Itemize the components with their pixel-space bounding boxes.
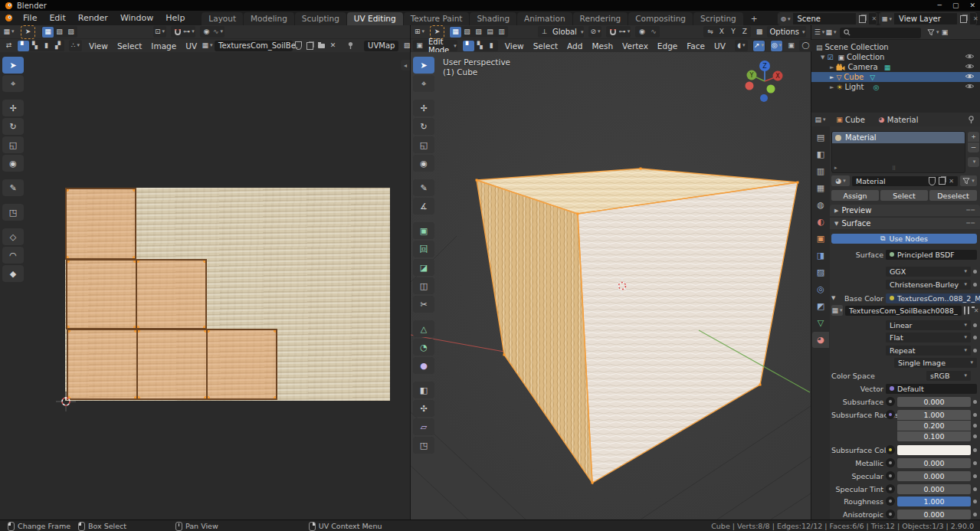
- v3d-select-mode-new[interactable]: ▦: [450, 27, 461, 38]
- outliner-editor-type-button[interactable]: ☰▾: [814, 28, 825, 38]
- v3d-tool-select-box[interactable]: ➤: [413, 57, 434, 74]
- animate-dot[interactable]: [973, 413, 977, 417]
- mesh-data-icon[interactable]: ▽: [870, 74, 875, 81]
- uv-pin-icon[interactable]: [345, 41, 356, 51]
- v3d-select-mode-invert[interactable]: ▤: [484, 27, 496, 38]
- tab-object[interactable]: ▣: [812, 231, 829, 247]
- tab-shading[interactable]: Shading: [470, 12, 516, 25]
- v3d-menu-mesh[interactable]: Mesh: [587, 41, 618, 51]
- uv-tool-transform[interactable]: ◉: [2, 155, 24, 172]
- navigation-gizmo[interactable]: Z Y X: [740, 55, 789, 104]
- uv-island-face[interactable]: [65, 188, 136, 260]
- uv-menu-uv[interactable]: UV: [181, 41, 202, 51]
- subsurface-color-swatch[interactable]: [897, 445, 971, 455]
- hide-eye-icon[interactable]: [965, 63, 975, 71]
- uv-island-face[interactable]: [136, 329, 208, 400]
- v3d-tool-cursor[interactable]: ⌖: [413, 75, 434, 92]
- tab-view-layer[interactable]: ▦: [812, 180, 829, 196]
- view-layer-selector[interactable]: ▦▾ View Layer ✕: [879, 12, 977, 25]
- tab-constraints[interactable]: ◩: [812, 298, 829, 314]
- assign-button[interactable]: Assign: [831, 190, 879, 201]
- browse-image-button[interactable]: ▦▾: [831, 305, 843, 316]
- roughness-slider[interactable]: 1.000: [897, 497, 971, 506]
- uv-pivot-point-button[interactable]: ⊡▾: [154, 27, 166, 38]
- transform-orientation-button[interactable]: ⟂: [539, 27, 550, 38]
- color-space-dropdown[interactable]: sRGB▾: [926, 371, 971, 381]
- uv-tool-pinch[interactable]: ◆: [2, 265, 24, 282]
- v3d-select-mode-intersect[interactable]: ▥: [496, 27, 507, 38]
- uv-menu-image[interactable]: Image: [146, 41, 181, 51]
- animate-dot[interactable]: [973, 500, 977, 503]
- outliner-row-scene-collection[interactable]: ▤ Scene Collection: [811, 42, 980, 52]
- uv-island-face[interactable]: [206, 329, 277, 400]
- uv-menu-view[interactable]: View: [84, 41, 113, 51]
- animate-dot[interactable]: [973, 434, 977, 438]
- scene-icon[interactable]: ◍▾: [778, 13, 793, 25]
- v3d-proportional-editing-toggle[interactable]: ◉: [636, 27, 647, 38]
- blender-menu-icon[interactable]: [5, 14, 13, 22]
- socket-dot-button[interactable]: [886, 445, 895, 454]
- image-new-icon[interactable]: [968, 306, 969, 314]
- gizmos-toggle[interactable]: ↗▾: [753, 41, 765, 51]
- shading-wireframe-button[interactable]: ◯: [800, 41, 811, 51]
- v3d-tool-knife[interactable]: ✂: [413, 296, 434, 313]
- remove-view-layer-icon[interactable]: ✕: [970, 15, 980, 22]
- v3d-proportional-falloff-button[interactable]: ∿: [647, 27, 659, 38]
- menu-help[interactable]: Help: [159, 11, 191, 25]
- transform-orientation-value[interactable]: Global: [550, 28, 579, 36]
- v3d-menu-add[interactable]: Add: [562, 41, 587, 51]
- expand-arrow-icon[interactable]: ▼: [831, 295, 835, 301]
- view-layer-icon[interactable]: ▦▾: [880, 13, 894, 25]
- uv-image-name[interactable]: TexturesCom_SoilBe.: [215, 41, 293, 51]
- uv-menu-select[interactable]: Select: [113, 41, 146, 51]
- uv-select-mode-extend[interactable]: ▧: [54, 27, 65, 38]
- uv-sidebar-collapse-arrow[interactable]: ◂: [401, 60, 410, 70]
- tab-compositing[interactable]: Compositing: [628, 12, 693, 25]
- show-hide-button[interactable]: ◖▾: [736, 41, 747, 51]
- uv-face-select-button[interactable]: ▮: [41, 41, 52, 51]
- image-name-field[interactable]: TexturesCom_SoilBeach0088_: [845, 306, 962, 316]
- uv-select-mode-subtract[interactable]: ▨: [65, 27, 77, 38]
- uv-browse-image-button[interactable]: ▦▾: [202, 41, 213, 51]
- uv-island-face[interactable]: [136, 259, 207, 329]
- minimize-icon[interactable]: ─: [938, 2, 942, 9]
- tab-scene[interactable]: ◍: [812, 197, 829, 213]
- v3d-tool-loop-cut[interactable]: ◫: [413, 277, 434, 294]
- viewport-editor-type-button[interactable]: ⊞▾: [414, 27, 425, 38]
- image-fake-user-icon[interactable]: [964, 306, 965, 315]
- animate-dot[interactable]: [973, 400, 977, 404]
- unlink-scene-icon[interactable]: ✕: [869, 15, 880, 22]
- hide-eye-icon[interactable]: [965, 83, 975, 91]
- uv-proportional-editing-toggle[interactable]: ◉: [201, 27, 212, 38]
- scene-selector[interactable]: ◍▾ Scene ✕: [778, 12, 877, 25]
- properties-editor-type-button[interactable]: ▤▾: [814, 114, 826, 125]
- subsurface-radius-x[interactable]: 1.000: [897, 410, 971, 420]
- animate-dot[interactable]: [973, 487, 977, 491]
- view-layer-name[interactable]: View Layer: [894, 15, 957, 23]
- tab-physics[interactable]: ◎: [812, 281, 829, 297]
- collection-checkbox[interactable]: ☑: [827, 54, 833, 61]
- mirror-z-button[interactable]: Z: [739, 27, 750, 38]
- tab-object-data[interactable]: ▽: [812, 315, 829, 331]
- outliner-search-input[interactable]: [840, 28, 921, 38]
- v3d-snap-target-button[interactable]: ⊶▾: [618, 27, 630, 38]
- animate-dot[interactable]: [973, 513, 977, 516]
- menu-window[interactable]: Window: [114, 11, 159, 25]
- breadcrumb-data[interactable]: Material: [887, 116, 919, 124]
- surface-shader-field[interactable]: Principled BSDF: [886, 250, 977, 260]
- socket-dot-button[interactable]: [886, 497, 895, 506]
- socket-dot-button[interactable]: [886, 471, 895, 480]
- preview-panel-header[interactable]: ▶Preview══: [830, 205, 980, 216]
- subsurface-method-dropdown[interactable]: Christensen-Burley▾: [886, 280, 971, 290]
- tab-modeling[interactable]: Modeling: [244, 12, 294, 25]
- mirror-icon[interactable]: ⇋: [704, 27, 716, 38]
- tab-tool[interactable]: ▤: [812, 129, 829, 146]
- new-material-icon[interactable]: [939, 177, 946, 185]
- use-nodes-button[interactable]: ⧉ Use Nodes: [831, 234, 977, 244]
- uv-vertex-select-button[interactable]: ▘: [18, 41, 29, 51]
- vertex-select-mode-button[interactable]: ▘: [463, 41, 474, 51]
- uv-map-field[interactable]: UVMap: [364, 41, 398, 51]
- expand-arrow-icon[interactable]: ▼: [821, 54, 824, 61]
- options-button[interactable]: Options: [768, 28, 801, 36]
- uv-image-open-button[interactable]: [316, 41, 327, 51]
